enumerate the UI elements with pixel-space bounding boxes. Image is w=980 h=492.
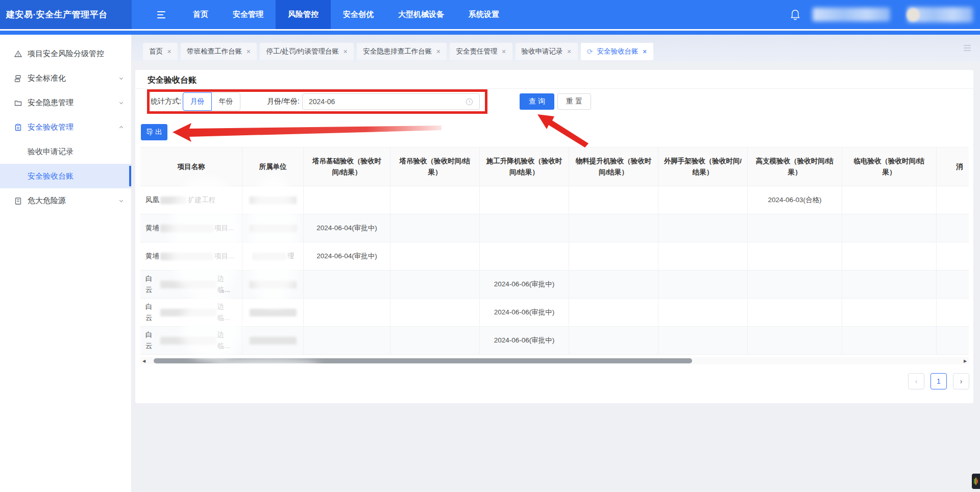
tab-安全验收台账[interactable]: ⟳安全验收台账✕ [581, 43, 653, 60]
acceptance-date-cell [480, 186, 569, 214]
nav-item-系统设置[interactable]: 系统设置 [456, 0, 511, 29]
acceptance-date-cell [480, 242, 569, 270]
annotation-arrow-query [537, 114, 589, 147]
column-header: 外脚手架验收（验收时间/结果） [658, 147, 748, 186]
acceptance-date-cell [304, 327, 390, 355]
acceptance-table: 项目名称所属单位塔吊基础验收（验收时间/结果）塔吊验收（验收时间/结果）施工升降… [140, 147, 969, 355]
acceptance-date-cell: 2024-06-04(审批中) [304, 242, 390, 270]
acceptance-date-cell [842, 299, 937, 327]
nav-item-安全管理[interactable]: 安全管理 [220, 0, 276, 29]
app-header: 建安易·安全生产管理平台 首页安全管理风险管控安全创优大型机械设备系统设置 [0, 0, 980, 29]
table-row: 白云边临...2024-06-06(审批中) [140, 270, 969, 299]
close-tab-icon[interactable]: ✕ [643, 48, 647, 55]
sidebar-item-安全验收管理[interactable]: 安全验收管理 [0, 115, 131, 139]
redacted-text [250, 309, 297, 316]
sidebar-subitem-验收申请记录[interactable]: 验收申请记录 [0, 139, 131, 164]
horizontal-scrollbar[interactable]: ◀ ▶ [140, 357, 969, 364]
acceptance-date-cell [390, 186, 480, 214]
stat-mode-label: 统计方式: [151, 97, 181, 106]
table-row: 黄埔项目...2024-06-04(审批中) [140, 214, 969, 242]
column-header: 塔吊验收（验收时间/结果） [390, 147, 480, 186]
acceptance-date-cell [842, 242, 937, 270]
acceptance-date-cell [658, 270, 748, 299]
nav-item-首页[interactable]: 首页 [181, 0, 220, 29]
toggle-month-button[interactable]: 月份 [183, 92, 212, 111]
column-header: 消 [937, 147, 969, 186]
sidebar-item-安全隐患管理[interactable]: 安全隐患管理 [0, 90, 131, 115]
acceptance-date-cell [658, 327, 748, 355]
close-tab-icon[interactable]: ✕ [567, 48, 572, 55]
notification-bell-icon[interactable] [790, 9, 800, 20]
date-field-label: 月份/年份: [267, 97, 300, 106]
acceptance-date-cell: 2024-06-06(审批中) [480, 270, 569, 299]
close-tab-icon[interactable]: ✕ [167, 48, 172, 55]
open-tabs-bar: 首页✕带班检查工作台账✕停工/处罚/约谈管理台账✕安全隐患排查工作台账✕安全责任… [132, 35, 980, 61]
next-page-button[interactable]: › [953, 373, 969, 389]
stat-mode-toggle: 月份 年份 [183, 92, 240, 111]
app-logo: 建安易·安全生产管理平台 [0, 0, 132, 29]
column-header: 塔吊基础验收（验收时间/结果） [304, 147, 390, 186]
warning-triangle-icon [14, 50, 22, 58]
tab-停工/处罚/约谈管理台账[interactable]: 停工/处罚/约谈管理台账✕ [260, 43, 354, 60]
sidebar-subitem-安全验收台账[interactable]: 安全验收台账 [0, 164, 131, 188]
export-button[interactable]: 导 出 [141, 124, 167, 140]
acceptance-date-cell [748, 270, 842, 299]
close-tab-icon[interactable]: ✕ [436, 48, 440, 55]
clock-icon [465, 98, 473, 106]
scroll-left-arrow-icon[interactable]: ◀ [140, 359, 148, 363]
nav-item-安全创优[interactable]: 安全创优 [331, 0, 386, 29]
close-tab-icon[interactable]: ✕ [246, 48, 251, 55]
refresh-icon[interactable]: ⟳ [587, 48, 593, 55]
acceptance-date-cell [658, 299, 748, 327]
acceptance-date-cell [658, 214, 748, 242]
sidebar-item-安全标准化[interactable]: 安全标准化 [0, 66, 131, 90]
folder-icon [14, 99, 22, 107]
menu-toggle-icon[interactable] [157, 0, 167, 29]
acceptance-date-cell [569, 299, 658, 327]
tabbar-options-icon[interactable] [964, 45, 971, 51]
chevron-down-icon [118, 198, 124, 204]
table-row: 黄埔项目...理2024-06-04(审批中) [140, 242, 969, 270]
unit-cell [242, 214, 304, 242]
project-name-cell: 凤凰扩建工程 [140, 186, 242, 214]
tab-验收申请记录[interactable]: 验收申请记录✕ [516, 43, 578, 60]
month-year-input[interactable]: 2024-06 [302, 93, 480, 110]
scroll-right-arrow-icon[interactable]: ▶ [962, 359, 969, 363]
redacted-text [160, 225, 213, 232]
standard-blocks-icon [14, 74, 22, 83]
nav-item-风险管控[interactable]: 风险管控 [276, 0, 331, 29]
acceptance-date-cell [937, 242, 969, 270]
tab-首页[interactable]: 首页✕ [143, 43, 178, 60]
prev-page-button[interactable]: ‹ [908, 373, 924, 389]
scrollbar-thumb[interactable] [154, 358, 692, 363]
toggle-year-button[interactable]: 年份 [211, 92, 240, 111]
annotation-arrow-export [173, 123, 442, 142]
redacted-text [160, 281, 216, 288]
query-button[interactable]: 查 询 [520, 93, 554, 110]
tab-安全隐患排查工作台账[interactable]: 安全隐患排查工作台账✕ [357, 43, 447, 60]
acceptance-date-cell: 2024-06-03(合格) [748, 186, 842, 214]
acceptance-date-cell [390, 242, 480, 270]
reset-button[interactable]: 重 置 [557, 93, 591, 110]
acceptance-date-cell: 2024-06-06(审批中) [480, 327, 569, 355]
acceptance-date-cell [390, 299, 480, 327]
column-header: 施工升降机验收（验收时间/结果） [480, 147, 569, 186]
close-tab-icon[interactable]: ✕ [343, 48, 348, 55]
acceptance-date-cell [842, 270, 937, 299]
acceptance-date-cell [748, 299, 842, 327]
company-name-redacted [813, 8, 890, 21]
redacted-text [250, 225, 297, 232]
tab-安全责任管理[interactable]: 安全责任管理✕ [450, 43, 512, 60]
tab-带班检查工作台账[interactable]: 带班检查工作台账✕ [181, 43, 257, 60]
acceptance-date-cell [304, 270, 390, 299]
project-name-cell: 白云边临... [140, 327, 242, 355]
current-page-button[interactable]: 1 [930, 373, 947, 389]
nav-item-大型机械设备[interactable]: 大型机械设备 [386, 0, 456, 29]
sidebar-item-项目安全风险分级管控[interactable]: 项目安全风险分级管控 [0, 41, 131, 66]
scrollbar-track[interactable] [148, 357, 962, 364]
close-tab-icon[interactable]: ✕ [501, 48, 506, 55]
project-name-cell: 黄埔项目... [140, 214, 242, 242]
screen-recorder-extension-icon[interactable] [972, 474, 980, 489]
user-avatar[interactable] [906, 8, 920, 21]
sidebar-item-危大危险源[interactable]: 危大危险源 [0, 188, 131, 213]
